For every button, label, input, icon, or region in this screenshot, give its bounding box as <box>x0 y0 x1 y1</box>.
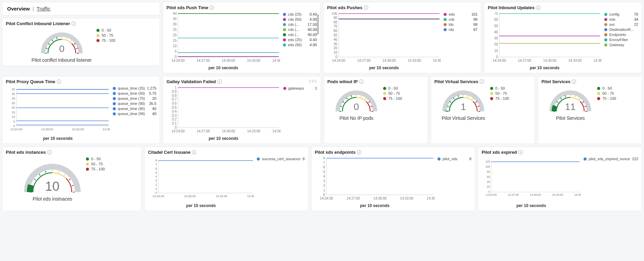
legend-item[interactable]: cds (50)4.00 <box>283 17 317 21</box>
legend-item[interactable]: queue_time (99)40 <box>113 112 157 116</box>
legend-item[interactable]: cds (...40.00 <box>283 27 317 32</box>
legend-item[interactable]: success_cert_issuance8 <box>257 157 305 161</box>
chart-galley: 00.10.20.30.40.50.60.70.80.9114:24:0014:… <box>166 86 280 141</box>
svg-text:1: 1 <box>155 187 157 190</box>
svg-line-159 <box>69 179 71 180</box>
legend-item[interactable]: queue_time (50)5.75 <box>113 91 157 95</box>
svg-text:14:36:00: 14:36:00 <box>103 128 110 131</box>
legend-item[interactable]: eds (50)4.00 <box>283 43 317 47</box>
xaxis-title: per 10 seconds <box>327 66 441 70</box>
panel-title: Pilot xds expired <box>482 150 517 155</box>
legend-item[interactable]: gateways1 <box>283 86 317 90</box>
gauge-caption: Pilot eds instnaces <box>33 196 72 202</box>
svg-text:14:27:00: 14:27:00 <box>197 59 210 62</box>
panel-title: Pilot xds Pushes <box>327 5 362 10</box>
more-icon[interactable]: ▯▯▯ <box>309 79 317 83</box>
info-icon[interactable]: i <box>210 5 214 10</box>
svg-line-155 <box>46 171 46 173</box>
gauge-legend: 0 - 5050 - 7575 - 100 <box>490 86 524 100</box>
legend-item[interactable]: cds88 <box>444 17 478 21</box>
svg-text:14:30:00: 14:30:00 <box>543 59 556 62</box>
info-icon[interactable]: i <box>217 79 222 84</box>
legend-item[interactable]: pilot_xds_expired_nonce122 <box>584 157 638 161</box>
legend-item[interactable]: eds (25)0.43 <box>283 38 317 42</box>
info-icon[interactable]: i <box>364 5 368 10</box>
info-icon[interactable]: i <box>480 79 484 84</box>
panel-citadel: Citadel Cert Issuanei 01234567814:24:001… <box>144 147 308 211</box>
legend-item[interactable]: cds (...17.50 <box>283 22 317 26</box>
legend-item: 50 - 75 <box>383 91 417 95</box>
panel-title: Pilot xds endpoints <box>315 150 356 155</box>
chart-inbound: 01020304050607014:24:0014:27:0014:30:001… <box>488 12 602 70</box>
info-icon[interactable]: i <box>357 150 361 154</box>
svg-text:35: 35 <box>12 92 15 96</box>
legend-item[interactable]: Gateway <box>604 43 638 47</box>
svg-text:4: 4 <box>155 175 157 178</box>
legend-item[interactable]: queue_time (75)20 <box>113 96 157 100</box>
panel-eds-instances: Pilot eds instancesi 10 Pilot eds instna… <box>2 147 142 211</box>
info-icon[interactable]: i <box>572 79 576 84</box>
svg-text:14:36:00: 14:36:00 <box>272 59 280 62</box>
info-icon[interactable]: i <box>47 150 52 154</box>
tab-overview[interactable]: Overview <box>7 6 30 12</box>
legend-item[interactable]: pilot_xds8 <box>437 157 471 161</box>
legend-item[interactable]: EnvoyFilter <box>604 38 638 42</box>
legend-item: 50 - 75 <box>597 91 631 95</box>
svg-text:5: 5 <box>175 50 177 53</box>
svg-text:0.7: 0.7 <box>172 97 177 101</box>
info-icon[interactable]: i <box>518 150 523 154</box>
svg-line-122 <box>365 98 366 99</box>
svg-line-130 <box>453 98 455 99</box>
legend-item[interactable]: rds87 <box>444 27 478 32</box>
legend-item[interactable]: queue_time (25)1.275 <box>113 86 157 90</box>
panel-title: Pilot Proxy Queue Time <box>6 79 55 84</box>
legend-item[interactable]: queue_time (95)40 <box>113 107 157 111</box>
legend-item[interactable]: svc22 <box>604 22 638 26</box>
legend-item[interactable]: cds (...40.00 <box>283 33 317 37</box>
info-icon[interactable]: i <box>192 150 196 154</box>
legend-push-time: cds (25)0.43cds (50)4.00cds (...17.50cds… <box>283 12 317 70</box>
svg-text:80: 80 <box>487 170 490 173</box>
chart-push-time: 051015202530354014:24:0014:27:0014:30:00… <box>166 12 280 70</box>
svg-line-2 <box>48 43 50 45</box>
info-icon[interactable]: i <box>71 21 76 26</box>
legend-item[interactable]: Endpoints <box>604 33 638 37</box>
legend-item[interactable]: eds101 <box>444 12 478 16</box>
tab-traffic[interactable]: Traffic <box>37 6 51 12</box>
svg-text:14:24:00: 14:24:00 <box>332 59 345 62</box>
legend-item[interactable]: lds88 <box>444 22 478 26</box>
svg-text:40: 40 <box>12 88 15 91</box>
svg-text:40: 40 <box>173 12 177 15</box>
xaxis-title: per 10 seconds <box>148 203 254 208</box>
svg-text:15: 15 <box>173 39 177 42</box>
scrollbar[interactable] <box>317 14 319 35</box>
legend-item: 75 - 100 <box>597 96 631 100</box>
legend-item[interactable]: cds (25)0.43 <box>283 12 317 16</box>
legend-item[interactable]: config70 <box>604 12 638 16</box>
panel-pods-no-ip: Pods witout IPi 0 Pilot No IP pods 0 - 5… <box>324 76 428 144</box>
panel-inbound-updates: Pilot Inbound Updatesi 01020304050607014… <box>484 2 642 73</box>
svg-text:8: 8 <box>323 157 325 160</box>
svg-text:5: 5 <box>13 120 15 123</box>
svg-text:14:24:00: 14:24:00 <box>493 59 506 62</box>
chart-xds-pushes: 010203040506070809010014:24:0014:27:0014… <box>327 12 441 70</box>
info-icon[interactable]: i <box>359 79 363 84</box>
info-icon[interactable]: i <box>57 79 61 84</box>
panel-title: Pilot Conflict Inbound Listener <box>6 21 70 26</box>
info-icon[interactable]: i <box>536 5 540 10</box>
panel-xds-expired: Pilot xds expiredi 02040608010012014:24:… <box>478 147 642 211</box>
svg-text:14:27:00: 14:27:00 <box>197 129 210 133</box>
svg-text:40: 40 <box>494 30 498 34</box>
legend-item[interactable]: queue_time (90)35.5 <box>113 101 157 106</box>
legend-item[interactable]: DestinationR... <box>604 27 638 32</box>
svg-text:14:30:00: 14:30:00 <box>382 59 396 62</box>
svg-line-146 <box>579 98 580 99</box>
panel-title: Pilot Services <box>541 79 570 84</box>
svg-text:0: 0 <box>496 55 498 59</box>
svg-text:60: 60 <box>494 18 498 21</box>
panel-push-time: Pilot xds Push Timei 051015202530354014:… <box>163 2 321 73</box>
svg-text:30: 30 <box>173 22 177 26</box>
svg-line-123 <box>369 101 370 103</box>
legend-item[interactable]: eds34 <box>604 17 638 21</box>
svg-text:3: 3 <box>323 179 325 183</box>
